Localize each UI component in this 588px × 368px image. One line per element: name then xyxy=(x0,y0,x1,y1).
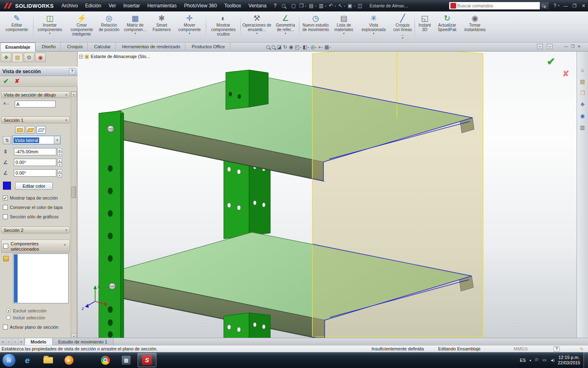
undo-icon[interactable]: ↶ xyxy=(329,3,333,9)
ribbon-button-operaciones[interactable]: ⚒ Operaciones de ensamb... ▾ xyxy=(241,12,272,41)
show-cap-checkbox[interactable]: ✓ xyxy=(3,195,8,200)
section-plane-combobox[interactable]: Vista lateral ▼ xyxy=(12,136,60,144)
view-visibility-icon[interactable]: ◉ xyxy=(289,44,293,50)
ribbon-button-matriz[interactable]: ▦ Matriz de componen... ▾ xyxy=(120,12,150,41)
tab-renderizado[interactable]: Herramientas de renderizado xyxy=(117,43,185,52)
include-selection-radio[interactable] xyxy=(6,315,11,320)
save-icon[interactable]: ▤ xyxy=(309,3,313,9)
y-rotation-spinner[interactable]: ▲▼ xyxy=(57,169,62,177)
exclude-selection-radio[interactable]: ● xyxy=(6,308,11,313)
save-caret-icon[interactable]: ▾ xyxy=(315,4,316,7)
offset-spinner[interactable]: ▲▼ xyxy=(57,148,62,155)
model-3d-shelf[interactable]: Y Z xyxy=(78,52,577,338)
ribbon-button-geometria[interactable]: ∠ Geometría de refer... ▾ xyxy=(272,12,298,41)
taskbar-ie[interactable]: e xyxy=(18,353,37,367)
section-view-icon[interactable]: ◪ xyxy=(277,44,281,50)
show-desktop-button[interactable] xyxy=(584,352,588,368)
x-rotation-input[interactable] xyxy=(14,159,56,166)
ribbon-button-speedpak[interactable]: ↻ Actualizar SpeedPak xyxy=(434,12,460,41)
new-document-icon[interactable]: ▢ xyxy=(291,3,296,9)
section-label-input[interactable] xyxy=(15,101,56,108)
tab-diseno[interactable]: Diseño xyxy=(37,43,61,52)
y-rotation-input[interactable] xyxy=(14,169,56,177)
menu-photoview[interactable]: PhotoView 360 xyxy=(180,0,221,11)
dropdown-caret-icon[interactable]: ▾ xyxy=(343,32,345,35)
scene-icon[interactable]: ▦▾ xyxy=(324,44,330,50)
graphics-only-checkbox[interactable] xyxy=(3,214,8,219)
dropdown-caret-icon[interactable]: ▾ xyxy=(189,32,190,35)
search-icon[interactable] xyxy=(282,4,285,8)
plane-side-button[interactable] xyxy=(36,126,46,134)
ribbon-button-insertar-componentes[interactable]: ◫ Insertar componentes ▾ xyxy=(34,12,66,41)
hide-show-items-icon[interactable]: ◎▾ xyxy=(311,44,317,50)
nav-prev-icon[interactable]: ‹ xyxy=(6,338,12,345)
tab-dimxpert[interactable]: ◉ xyxy=(35,53,46,62)
tab-modelo[interactable]: Modelo xyxy=(24,338,53,345)
menu-archivo[interactable]: Archivo xyxy=(58,0,82,11)
menu-ver[interactable]: Ver xyxy=(105,0,120,11)
home-icon[interactable]: ⌂ xyxy=(581,67,584,73)
select-icon[interactable]: ↖ xyxy=(338,3,342,9)
ribbon-button-relacion-posicion[interactable]: ◎ Relación de posición xyxy=(98,12,120,41)
dropdown-caret-icon[interactable]: ▾ xyxy=(402,36,403,40)
nav-last-icon[interactable]: » xyxy=(18,338,24,345)
confirm-cancel-button[interactable]: ✘ xyxy=(562,69,569,79)
expand-icon[interactable]: + xyxy=(79,55,83,58)
palette-icon[interactable]: ❖ xyxy=(580,101,585,108)
plane-top-button[interactable] xyxy=(26,126,35,134)
ribbon-button-mostrar-ocultos[interactable]: ◐ Mostrar componentes ocultos xyxy=(207,12,240,41)
quick-tips-icon[interactable]: ? xyxy=(554,346,559,352)
selected-components-list[interactable] xyxy=(13,254,69,303)
menu-help[interactable]: ? xyxy=(270,0,281,11)
ribbon-button-editar-componente[interactable]: ✎ Editar componente xyxy=(1,12,33,41)
confirm-ok-button[interactable]: ✔ xyxy=(547,56,555,67)
taskbar-chrome[interactable] xyxy=(96,353,115,367)
rebuild-caret-icon[interactable]: ▾ xyxy=(354,4,355,7)
ribbon-button-estudio-movimiento[interactable]: ◷ Nuevo estudio de movimiento xyxy=(300,12,332,41)
section-color-swatch[interactable] xyxy=(3,182,11,190)
tab-configuration-manager[interactable]: ⚙ xyxy=(24,53,34,62)
action-center-flag-icon[interactable]: ⚐ xyxy=(535,357,539,363)
group-section-1[interactable]: Sección 1 ˄ xyxy=(1,117,70,123)
language-indicator[interactable]: ES xyxy=(520,358,526,363)
cancel-button[interactable]: ✘ xyxy=(15,78,20,84)
section-plane[interactable] xyxy=(312,52,483,337)
restore-button[interactable]: ❐ xyxy=(570,3,579,9)
search-input[interactable] xyxy=(457,3,540,8)
rebuild-icon[interactable]: ▣ xyxy=(347,3,352,9)
combo-dropdown-button[interactable]: ▼ xyxy=(54,136,60,144)
appearance-icon[interactable]: ●▾ xyxy=(318,44,323,50)
search-go-button[interactable]: ▾ xyxy=(540,2,549,9)
ribbon-button-lista-materiales[interactable]: ▤ Lista de materiales ▾ xyxy=(332,12,356,41)
doc-restore-button[interactable]: ❐ xyxy=(571,44,575,49)
options-icon[interactable]: ◫ xyxy=(358,3,362,9)
pane-split-icon[interactable]: ▭ xyxy=(537,44,543,49)
doc-minimize-button[interactable]: — xyxy=(564,44,568,49)
network-icon[interactable]: ▭ xyxy=(543,358,546,362)
rotate-view-icon[interactable]: ↻ xyxy=(283,44,287,50)
taskbar-solidworks[interactable]: S xyxy=(138,353,156,367)
dropdown-caret-icon[interactable]: ▾ xyxy=(256,32,258,35)
view-orientation-icon[interactable]: ◰▾ xyxy=(295,44,301,50)
ribbon-button-smart-fasteners[interactable]: ✱ Smart Fasteners xyxy=(150,12,174,41)
minimize-button[interactable]: — xyxy=(561,3,570,8)
dropdown-caret-icon[interactable]: ▾ xyxy=(373,32,374,35)
nav-next-icon[interactable]: › xyxy=(12,338,18,345)
tab-property-manager[interactable]: ▤ xyxy=(12,53,23,62)
help-button[interactable]: ? xyxy=(69,68,75,74)
open-document-icon[interactable]: ❐ xyxy=(299,3,304,9)
scroll-up-icon[interactable]: ▲ xyxy=(71,92,76,97)
file-explorer-icon[interactable]: ❒ xyxy=(580,90,585,96)
dropdown-caret-icon[interactable]: ▾ xyxy=(49,32,51,35)
web-icon[interactable]: ◉ xyxy=(580,113,585,119)
select-caret-icon[interactable]: ▾ xyxy=(344,4,345,7)
dropdown-caret-icon[interactable]: ▾ xyxy=(285,32,286,35)
menu-herramientas[interactable]: Herramientas xyxy=(144,0,180,11)
dropdown-caret-icon[interactable]: ▾ xyxy=(134,32,136,35)
close-button[interactable]: ✕ xyxy=(579,3,588,9)
assembly-name[interactable]: Estante de Almacenaje (Sto... xyxy=(91,54,150,59)
graphics-area[interactable]: Y Z + ▣ Estante de Almacenaje (Sto... ✔ … xyxy=(78,52,577,338)
ribbon-button-instantanea[interactable]: ◉ Tomar instantánea xyxy=(460,12,490,41)
help-caret-icon[interactable]: ▾ xyxy=(558,4,559,7)
edit-color-button[interactable]: Editar color xyxy=(15,182,53,190)
